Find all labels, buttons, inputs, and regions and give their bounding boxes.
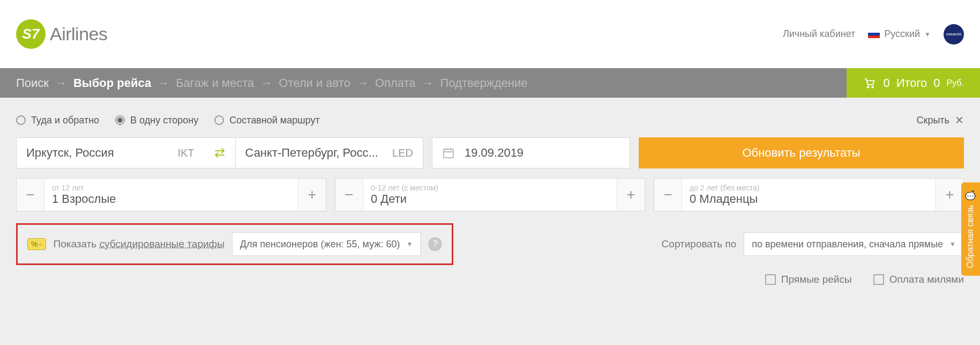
checkbox-icon: [873, 274, 884, 285]
cart-amount: 0: [933, 76, 940, 90]
subsidy-select[interactable]: Для пенсионеров (жен: 55, муж: 60) ▼: [232, 232, 421, 256]
sort-label: Сортировать по: [662, 238, 737, 250]
children-minus[interactable]: −: [335, 179, 363, 211]
checkbox-icon: [765, 274, 776, 285]
radio-label: Составной маршрут: [229, 115, 320, 126]
calendar-icon: [442, 146, 455, 159]
adults-display: от 12 лет 1 Взрослые: [44, 183, 298, 206]
sort-selected: по времени отправления, сначала прямые: [752, 239, 943, 250]
feedback-label: Обратная связь: [966, 205, 976, 268]
route-fields: Иркутск, Россия IKT ⇄ Санкт-Петербург, Р…: [16, 137, 423, 168]
route-row: Иркутск, Россия IKT ⇄ Санкт-Петербург, Р…: [16, 137, 964, 168]
hide-label: Скрыть: [917, 115, 949, 126]
search-form: Туда и обратно В одну сторону Составной …: [0, 98, 980, 211]
cart-icon: [863, 77, 877, 89]
crumb-search[interactable]: Поиск: [16, 76, 49, 90]
subsidy-label[interactable]: Показать субсидированные тарифы: [54, 238, 225, 250]
chevron-down-icon: ▼: [949, 240, 956, 248]
feedback-tab[interactable]: Обратная связь 💬: [961, 182, 980, 276]
date-value: 19.09.2019: [465, 146, 523, 160]
crumb-select-flight[interactable]: Выбор рейса: [73, 76, 151, 90]
chat-icon: 💬: [966, 190, 976, 201]
infants-plus[interactable]: +: [936, 179, 963, 211]
chevron-down-icon: ▼: [924, 31, 931, 38]
svg-point-1: [872, 86, 874, 87]
direct-flights-checkbox[interactable]: Прямые рейсы: [765, 274, 852, 285]
destination-field[interactable]: Санкт-Петербург, Росс... LED: [235, 137, 424, 168]
crumb-confirm: Подтверждение: [440, 76, 528, 90]
swap-button[interactable]: ⇄: [204, 137, 235, 168]
brand-name: Airlines: [50, 24, 107, 45]
sort-wrap: Сортировать по по времени отправления, с…: [662, 232, 964, 256]
radio-roundtrip[interactable]: Туда и обратно: [16, 115, 99, 126]
breadcrumb: Поиск → Выбор рейса → Багаж и места → От…: [0, 68, 980, 98]
sort-select[interactable]: по времени отправления, сначала прямые ▼: [744, 232, 964, 256]
infants-display: до 2 лет (без места) 0 Младенцы: [682, 183, 936, 206]
language-selector[interactable]: Русский ▼: [868, 28, 931, 40]
infants-stepper: − до 2 лет (без места) 0 Младенцы +: [654, 178, 964, 211]
language-label: Русский: [884, 28, 920, 40]
arrow-right-icon: →: [55, 76, 67, 90]
radio-label: В одну сторону: [130, 115, 198, 126]
children-value: 0 Дети: [371, 192, 609, 206]
flag-ru-icon: [868, 30, 880, 38]
cart-label: Итого: [896, 76, 927, 90]
arrow-right-icon: →: [260, 76, 272, 90]
arrow-right-icon: →: [357, 76, 369, 90]
help-icon[interactable]: ?: [428, 237, 442, 251]
direct-label: Прямые рейсы: [781, 274, 852, 285]
update-results-button[interactable]: Обновить результаты: [639, 137, 964, 168]
logo[interactable]: S7 Airlines: [16, 19, 107, 49]
origin-code: IKT: [177, 147, 194, 159]
origin-field[interactable]: Иркутск, Россия IKT: [16, 137, 204, 168]
infants-minus[interactable]: −: [654, 179, 682, 211]
children-plus[interactable]: +: [617, 179, 645, 211]
radio-oneway[interactable]: В одну сторону: [115, 115, 198, 126]
subsidy-highlight: %○ Показать субсидированные тарифы Для п…: [16, 223, 453, 265]
chevron-down-icon: ▼: [406, 240, 413, 248]
adults-hint: от 12 лет: [52, 183, 290, 192]
discount-tag-icon: %○: [27, 238, 46, 250]
hide-form-link[interactable]: Скрыть ✕: [917, 114, 964, 127]
account-link[interactable]: Личный кабинет: [783, 28, 855, 40]
destination-city: Санкт-Петербург, Росс...: [245, 146, 378, 160]
crumb-hotels: Отели и авто: [279, 76, 350, 90]
trip-type-row: Туда и обратно В одну сторону Составной …: [16, 108, 964, 137]
filter-checks: Прямые рейсы Оплата милями: [0, 270, 980, 296]
infants-hint: до 2 лет (без места): [690, 183, 928, 192]
cart-currency: Руб.: [947, 78, 964, 88]
crumb-baggage: Багаж и места: [176, 76, 254, 90]
adults-value: 1 Взрослые: [52, 192, 290, 206]
header: S7 Airlines Личный кабинет Русский ▼ one…: [0, 0, 980, 68]
svg-point-0: [867, 86, 869, 87]
crumb-payment: Оплата: [375, 76, 416, 90]
adults-plus[interactable]: +: [298, 179, 326, 211]
destination-code: LED: [392, 147, 413, 159]
radio-multicity[interactable]: Составной маршрут: [214, 115, 320, 126]
cart-count: 0: [883, 76, 889, 90]
children-display: 0-12 лет (с местом) 0 Дети: [363, 183, 617, 206]
options-row: %○ Показать субсидированные тарифы Для п…: [0, 211, 980, 270]
date-field[interactable]: 19.09.2019: [432, 137, 630, 168]
miles-label: Оплата милями: [889, 274, 964, 285]
adults-minus[interactable]: −: [17, 179, 44, 211]
infants-value: 0 Младенцы: [690, 192, 928, 206]
subsidy-selected: Для пенсионеров (жен: 55, муж: 60): [240, 239, 400, 250]
logo-icon: S7: [16, 19, 46, 49]
swap-icon: ⇄: [214, 145, 225, 160]
svg-rect-2: [444, 149, 453, 158]
radio-label: Туда и обратно: [31, 115, 99, 126]
origin-city: Иркутск, Россия: [26, 146, 114, 160]
passengers-row: − от 12 лет 1 Взрослые + − 0-12 лет (с м…: [16, 178, 964, 211]
close-icon: ✕: [955, 114, 964, 127]
arrow-right-icon: →: [422, 76, 434, 90]
header-right: Личный кабинет Русский ▼ oneworld: [783, 24, 964, 45]
oneworld-logo: oneworld: [944, 24, 964, 45]
children-stepper: − 0-12 лет (с местом) 0 Дети +: [335, 178, 645, 211]
cart-total[interactable]: 0 Итого 0 Руб.: [847, 68, 980, 98]
arrow-right-icon: →: [158, 76, 169, 90]
pay-miles-checkbox[interactable]: Оплата милями: [873, 274, 964, 285]
children-hint: 0-12 лет (с местом): [371, 183, 609, 192]
adults-stepper: − от 12 лет 1 Взрослые +: [16, 178, 326, 211]
